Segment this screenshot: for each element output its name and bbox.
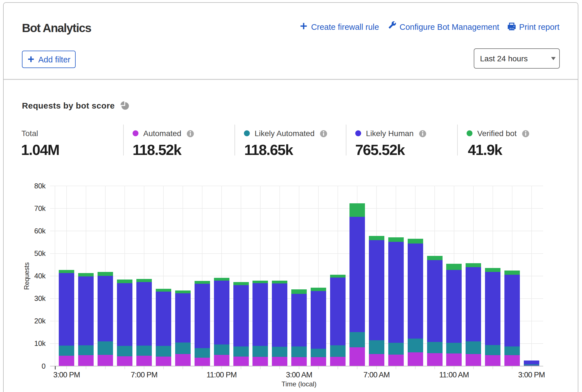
svg-text:Create firewall rule: Create firewall rule <box>311 22 379 31</box>
svg-text:11:00 AM: 11:00 AM <box>439 371 469 379</box>
svg-text:118.52k: 118.52k <box>133 142 182 158</box>
svg-text:11:00 PM: 11:00 PM <box>207 371 237 379</box>
svg-text:80k: 80k <box>34 182 46 190</box>
svg-text:Bot Analytics: Bot Analytics <box>22 21 91 35</box>
svg-text:10k: 10k <box>34 339 46 347</box>
svg-text:30k: 30k <box>34 294 46 302</box>
svg-text:765.52k: 765.52k <box>355 142 405 158</box>
svg-text:Requests: Requests <box>23 262 30 290</box>
svg-text:7:00 AM: 7:00 AM <box>364 371 390 379</box>
svg-text:3:00 AM: 3:00 AM <box>286 371 312 379</box>
svg-text:Last 24 hours: Last 24 hours <box>480 54 528 63</box>
svg-text:41.9k: 41.9k <box>468 142 502 158</box>
svg-text:Likely Automated: Likely Automated <box>255 129 315 138</box>
svg-text:Automated: Automated <box>143 129 181 138</box>
svg-text:Configure Bot Management: Configure Bot Management <box>400 22 499 31</box>
svg-text:20k: 20k <box>34 317 46 325</box>
svg-text:60k: 60k <box>34 227 46 235</box>
svg-text:118.65k: 118.65k <box>244 142 293 158</box>
svg-text:40k: 40k <box>34 272 46 280</box>
svg-text:3:00 PM: 3:00 PM <box>53 371 80 379</box>
svg-text:Verified bot: Verified bot <box>477 129 517 138</box>
svg-text:Total: Total <box>21 129 38 138</box>
svg-text:Time (local): Time (local) <box>281 380 316 388</box>
svg-text:Likely Human: Likely Human <box>366 129 414 138</box>
svg-text:Requests by bot score: Requests by bot score <box>22 101 115 110</box>
svg-text:50k: 50k <box>34 249 46 257</box>
svg-text:0: 0 <box>42 362 46 370</box>
svg-text:70k: 70k <box>34 204 46 212</box>
svg-text:1.04M: 1.04M <box>21 142 59 158</box>
svg-text:Print report: Print report <box>519 22 559 31</box>
svg-text:Add filter: Add filter <box>38 55 71 64</box>
svg-text:7:00 PM: 7:00 PM <box>131 371 157 379</box>
svg-text:3:00 PM: 3:00 PM <box>518 371 545 379</box>
